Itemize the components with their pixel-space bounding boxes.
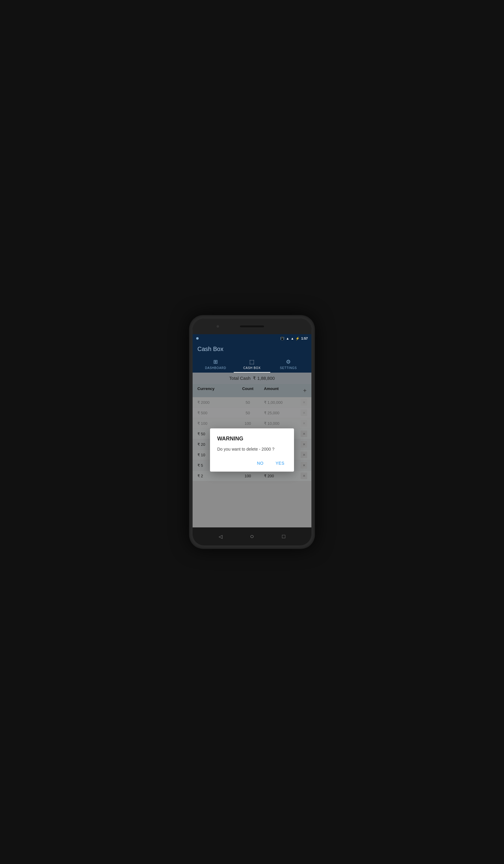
phone-inner: 📳 ▲ ▲ ⚡ 1:57 Cash Box ⊞ DASHBOARD ⬚ (193, 319, 311, 545)
tabs: ⊞ DASHBOARD ⬚ CASH BOX ⚙ SETTINGS (197, 356, 307, 373)
dialog-title: WARNING (217, 435, 287, 442)
app-title: Cash Box (197, 346, 307, 352)
cashbox-icon: ⬚ (249, 359, 255, 365)
home-icon: ○ (250, 532, 254, 540)
camera (217, 325, 219, 328)
tab-dashboard[interactable]: ⊞ DASHBOARD (197, 356, 234, 373)
top-bezel (193, 319, 311, 334)
status-bar: 📳 ▲ ▲ ⚡ 1:57 (193, 334, 311, 343)
status-right: 📳 ▲ ▲ ⚡ 1:57 (280, 337, 308, 340)
signal-icon: ▲ (291, 337, 294, 340)
bottom-bezel: ◁ ○ □ (193, 527, 311, 545)
phone-frame: 📳 ▲ ▲ ⚡ 1:57 Cash Box ⊞ DASHBOARD ⬚ (189, 315, 315, 549)
dialog-overlay: WARNING Do you want to delete - 2000 ? N… (193, 373, 311, 527)
no-button[interactable]: NO (254, 459, 266, 467)
status-dot (196, 337, 199, 339)
tab-settings-label: SETTINGS (280, 366, 297, 370)
status-time: 1:57 (301, 337, 308, 340)
tab-dashboard-label: DASHBOARD (205, 366, 226, 370)
tab-settings[interactable]: ⚙ SETTINGS (270, 356, 307, 373)
screen: 📳 ▲ ▲ ⚡ 1:57 Cash Box ⊞ DASHBOARD ⬚ (193, 334, 311, 527)
wifi-icon: ▲ (286, 337, 289, 340)
back-button[interactable]: ◁ (216, 532, 225, 541)
vibrate-icon: 📳 (280, 337, 285, 340)
status-left (196, 337, 199, 339)
home-button[interactable]: ○ (248, 532, 256, 541)
back-icon: ◁ (219, 534, 222, 539)
dialog-buttons: NO YES (217, 459, 287, 467)
app-bar: Cash Box ⊞ DASHBOARD ⬚ CASH BOX ⚙ SETTIN… (193, 343, 311, 373)
dashboard-icon: ⊞ (213, 359, 218, 365)
yes-button[interactable]: YES (273, 459, 287, 467)
warning-dialog: WARNING Do you want to delete - 2000 ? N… (210, 429, 294, 472)
battery-icon: ⚡ (296, 337, 300, 340)
speaker (240, 325, 264, 327)
recent-icon: □ (282, 533, 285, 540)
tab-cashbox-label: CASH BOX (243, 366, 261, 370)
settings-icon: ⚙ (286, 359, 291, 365)
dialog-message: Do you want to delete - 2000 ? (217, 446, 287, 453)
recent-button[interactable]: □ (279, 532, 288, 541)
content-area: Total Cash ₹ 1,88,800 Currency Count Amo… (193, 373, 311, 527)
tab-cashbox[interactable]: ⬚ CASH BOX (234, 356, 270, 373)
